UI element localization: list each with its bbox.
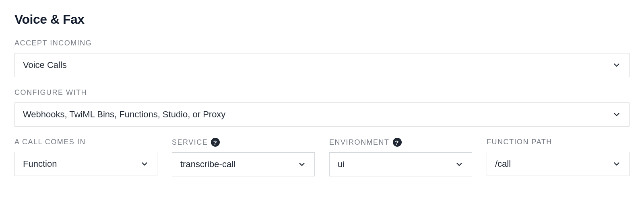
label-accept-incoming: ACCEPT INCOMING	[14, 39, 630, 47]
select-environment-value: ui	[338, 159, 455, 170]
label-environment: ENVIRONMENT ?	[329, 138, 472, 147]
chevron-down-icon	[612, 160, 621, 168]
field-configure-with: CONFIGURE WITH Webhooks, TwiML Bins, Fun…	[14, 88, 630, 127]
help-icon[interactable]: ?	[211, 138, 220, 147]
chevron-down-icon	[612, 61, 621, 70]
field-service: SERVICE ? transcribe-call	[172, 138, 315, 176]
field-a-call-comes-in: A CALL COMES IN Function	[14, 138, 157, 176]
label-service: SERVICE ?	[172, 138, 315, 147]
label-environment-text: ENVIRONMENT	[329, 138, 390, 147]
chevron-down-icon	[455, 160, 464, 169]
label-configure-with: CONFIGURE WITH	[14, 88, 630, 97]
field-row: A CALL COMES IN Function SERVICE ? trans…	[14, 138, 630, 176]
field-accept-incoming: ACCEPT INCOMING Voice Calls	[14, 39, 630, 77]
select-configure-with-value: Webhooks, TwiML Bins, Functions, Studio,…	[23, 109, 612, 120]
select-configure-with[interactable]: Webhooks, TwiML Bins, Functions, Studio,…	[14, 102, 630, 127]
select-service[interactable]: transcribe-call	[172, 152, 315, 176]
field-function-path: FUNCTION PATH /call	[487, 138, 630, 176]
select-function-path-value: /call	[495, 159, 612, 169]
select-service-value: transcribe-call	[180, 159, 297, 170]
select-a-call-comes-in[interactable]: Function	[14, 152, 157, 176]
select-accept-incoming-value: Voice Calls	[23, 60, 612, 70]
select-function-path[interactable]: /call	[487, 152, 630, 176]
select-accept-incoming[interactable]: Voice Calls	[14, 53, 630, 77]
chevron-down-icon	[140, 160, 149, 168]
label-service-text: SERVICE	[172, 138, 208, 147]
chevron-down-icon	[297, 160, 306, 169]
label-function-path: FUNCTION PATH	[487, 138, 630, 146]
select-environment[interactable]: ui	[329, 152, 472, 176]
field-environment: ENVIRONMENT ? ui	[329, 138, 472, 176]
chevron-down-icon	[612, 110, 621, 119]
help-icon[interactable]: ?	[393, 138, 402, 147]
section-title: Voice & Fax	[14, 12, 630, 27]
select-a-call-comes-in-value: Function	[23, 159, 140, 169]
label-a-call-comes-in: A CALL COMES IN	[14, 138, 157, 146]
